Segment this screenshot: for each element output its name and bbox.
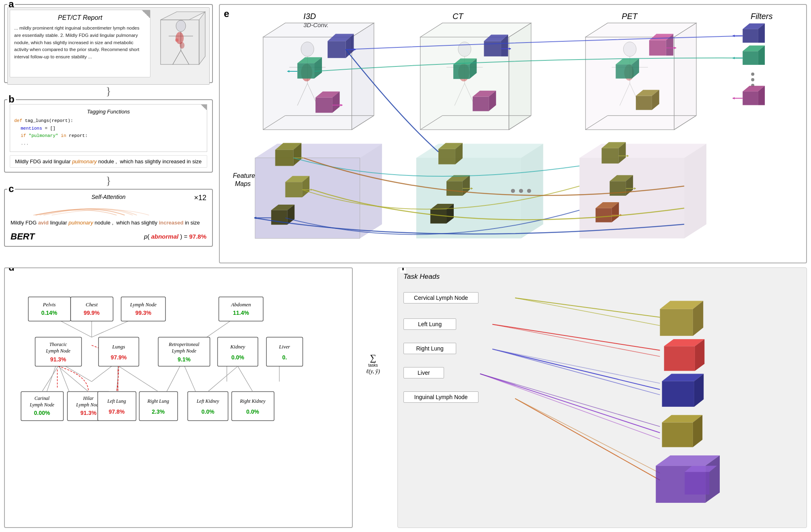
svg-rect-90	[742, 51, 758, 65]
svg-rect-216	[98, 392, 136, 421]
svg-text:Lymph Node: Lymph Node	[29, 402, 54, 408]
svg-text:91.3%: 91.3%	[50, 356, 67, 363]
svg-marker-1	[161, 12, 205, 20]
svg-marker-147	[684, 144, 706, 239]
task-head-svg	[398, 268, 807, 528]
svg-text:Retroperitoneal: Retroperitoneal	[168, 342, 200, 347]
report-title: PET/CT Report	[14, 14, 146, 21]
svg-text:0.: 0.	[282, 354, 287, 361]
svg-text:0.0%: 0.0%	[202, 408, 215, 415]
svg-text:97.9%: 97.9%	[111, 354, 127, 361]
node-chest: Chest 99.9%	[71, 297, 113, 321]
filters-label: Filters	[751, 12, 772, 21]
svg-marker-41	[509, 23, 531, 130]
svg-rect-115	[285, 182, 303, 197]
svg-rect-79	[616, 64, 632, 79]
svg-rect-161	[596, 208, 612, 222]
self-attention-title: Self-Attention	[11, 194, 206, 200]
node-right-kidney: Right Kidney 0.0%	[232, 392, 274, 421]
panel-d-label: d	[7, 267, 16, 273]
panel-b-label: b	[7, 94, 16, 105]
panel-d-tree: Pelvis 0.14% Chest 99.9% Lymph Node 99.3…	[5, 268, 352, 527]
svg-rect-103	[255, 158, 360, 239]
svg-line-235	[515, 298, 660, 325]
svg-point-142	[511, 189, 515, 193]
svg-text:Chest: Chest	[86, 301, 98, 308]
svg-marker-102	[733, 97, 735, 100]
node-carinal-ln: Carinal Lymph Node 0.00%	[21, 392, 64, 421]
svg-text:Hilar: Hilar	[83, 395, 94, 401]
x12-label: ×12	[194, 194, 206, 202]
svg-rect-225	[232, 392, 274, 421]
svg-line-237	[492, 324, 660, 356]
svg-text:Kidney: Kidney	[230, 344, 245, 350]
node-left-kidney: Left Kidney 0.0%	[188, 392, 228, 421]
svg-line-240	[492, 349, 660, 383]
svg-rect-110	[275, 150, 294, 166]
svg-text:99.9%: 99.9%	[84, 310, 100, 316]
node-lymph-node: Lymph Node 99.3%	[121, 297, 165, 321]
attention-sentence: Mildly FDG avid lingular pulmonary nodul…	[11, 219, 206, 227]
svg-rect-131	[438, 149, 455, 165]
svg-rect-188	[219, 297, 263, 321]
node-kidney: Kidney 0.0%	[218, 337, 258, 366]
svg-rect-145	[579, 158, 684, 239]
svg-text:97.8%: 97.8%	[109, 408, 125, 415]
svg-rect-255	[662, 423, 693, 447]
scan-image	[154, 10, 207, 77]
svg-text:0.0%: 0.0%	[246, 408, 259, 415]
node-liver: Liver 0.	[266, 337, 303, 366]
svg-rect-205	[266, 337, 303, 366]
svg-line-233	[238, 366, 253, 392]
ct-label: CT	[453, 12, 464, 21]
node-thoracic-ln: Thoracic Lymph Node 91.3%	[35, 337, 82, 366]
svg-point-45	[458, 42, 471, 56]
svg-point-9	[180, 42, 185, 49]
svg-text:Lungs: Lungs	[112, 344, 125, 350]
svg-point-10	[175, 38, 178, 42]
panel-e: e I3D 3D-Conv. CT PET Filters Feature Ma…	[219, 4, 807, 263]
svg-text:91.3%: 91.3%	[80, 410, 97, 416]
svg-marker-127	[521, 144, 543, 239]
svg-text:Lymph Node: Lymph Node	[45, 348, 71, 354]
svg-rect-98	[742, 92, 758, 105]
svg-text:9.1%: 9.1%	[178, 356, 191, 363]
svg-marker-105	[360, 144, 382, 239]
svg-line-231	[119, 366, 159, 392]
svg-rect-151	[602, 148, 619, 164]
svg-text:Maps: Maps	[235, 180, 251, 187]
svg-rect-182	[71, 297, 113, 321]
svg-text:Lymph Node: Lymph Node	[172, 348, 197, 354]
svg-text:Liver: Liver	[279, 344, 290, 350]
svg-rect-29	[297, 63, 314, 79]
svg-line-238	[492, 349, 660, 389]
svg-rect-195	[99, 337, 139, 366]
svg-text:Carinal: Carinal	[34, 395, 50, 401]
svg-line-243	[480, 374, 660, 426]
svg-text:2.3%: 2.3%	[152, 408, 165, 415]
svg-text:Left Kidney: Left Kidney	[196, 398, 219, 404]
svg-point-96	[751, 78, 754, 81]
feature-maps-label: Feature	[233, 172, 255, 179]
sigma-symbol: ∑ tasks ℓ(y, ŷ)	[357, 353, 389, 375]
panel-a: a PET/CT Report ... mildly prominent rig…	[4, 4, 213, 83]
tagged-sentence: Mildly FDG avid lingular pulmonary nodul…	[10, 155, 207, 168]
svg-point-144	[527, 189, 531, 193]
attention-arcs	[11, 201, 206, 216]
code-line-3: if "pulmonary" in report:	[14, 132, 203, 140]
svg-line-228	[42, 366, 58, 392]
svg-line-232	[208, 366, 238, 392]
svg-line-239	[492, 349, 660, 395]
panel-c: c Self-Attention ×12 Mildly FDG avid lin…	[4, 189, 213, 247]
svg-text:Lymph Node: Lymph Node	[76, 402, 101, 408]
svg-text:Abdomen: Abdomen	[231, 301, 251, 308]
svg-rect-139	[430, 209, 446, 224]
svg-rect-202	[218, 337, 258, 366]
panel-b: b Tagging Functions def tag_lungs(report…	[4, 99, 213, 173]
svg-point-68	[623, 42, 636, 56]
svg-rect-219	[139, 392, 178, 421]
bert-label: BERT	[11, 231, 35, 242]
svg-text:0.00%: 0.00%	[34, 410, 50, 416]
code-ellipsis: ...	[14, 140, 203, 147]
panel-f: f Task Heads Cervical Lymph Node Left Lu…	[397, 267, 807, 528]
